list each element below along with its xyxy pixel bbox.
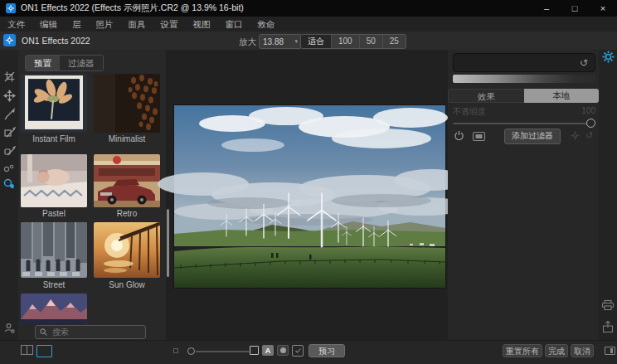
zoom-100-button[interactable]: 100 bbox=[332, 35, 360, 48]
app-logo-icon bbox=[6, 3, 16, 13]
preset-thumbnail-instant-film[interactable] bbox=[21, 74, 87, 133]
preset-label: Instant Film bbox=[21, 134, 87, 143]
preview-button[interactable]: 预习 bbox=[308, 344, 345, 357]
masking-brush-icon[interactable] bbox=[0, 124, 18, 140]
title-bar: ON1 Effects 2022 (Effects 示例照片.CR2 @ 13.… bbox=[0, 0, 617, 17]
menu-item-help[interactable]: 救命 bbox=[250, 17, 283, 32]
menu-item-edit[interactable]: 编辑 bbox=[32, 17, 65, 32]
instant-film-art bbox=[21, 74, 87, 133]
sun-glow-art bbox=[94, 222, 160, 278]
window-controls: – □ × bbox=[532, 0, 617, 17]
local-adjust-brush-icon[interactable] bbox=[0, 142, 18, 158]
zoom-label: 放大 bbox=[239, 36, 256, 48]
cancel-button[interactable]: 取消 bbox=[571, 344, 594, 357]
menu-item-layers[interactable]: 层 bbox=[65, 17, 89, 32]
tab-filters[interactable]: 过滤器 bbox=[60, 56, 103, 70]
zoom-level-dropdown[interactable]: 13.88 ▾ bbox=[259, 34, 302, 49]
filter-controls-row: 添加过滤器 ↺ bbox=[453, 129, 595, 143]
presets-scrollbar[interactable] bbox=[167, 209, 169, 277]
thumb-size-small-icon bbox=[172, 347, 179, 354]
preset-thumbnail-minimalist[interactable] bbox=[94, 74, 160, 133]
slider-track bbox=[453, 123, 590, 124]
reset-icon[interactable]: ↺ bbox=[580, 57, 588, 69]
thumb-size-slider-knob[interactable] bbox=[187, 347, 195, 355]
tab-local[interactable]: 本地 bbox=[524, 89, 600, 103]
preset-thumbnail-pastel[interactable] bbox=[21, 154, 87, 207]
thumb-size-slider-track[interactable] bbox=[196, 351, 249, 352]
adjustment-brush-icon[interactable] bbox=[0, 105, 18, 122]
crop-tool-icon[interactable] bbox=[0, 68, 18, 85]
show-original-icon[interactable]: A bbox=[262, 345, 274, 356]
right-panel-tabs: 效果 本地 bbox=[448, 89, 599, 103]
refine-tool-icon[interactable] bbox=[0, 160, 18, 177]
mountain-art bbox=[21, 294, 87, 324]
tab-effects[interactable]: 效果 bbox=[448, 89, 524, 103]
fit-button[interactable]: 适合 bbox=[301, 35, 332, 48]
right-tool-rail bbox=[599, 50, 617, 364]
preset-thumbnail-street[interactable] bbox=[21, 222, 87, 278]
maximize-button[interactable]: □ bbox=[561, 0, 589, 17]
print-icon[interactable] bbox=[599, 297, 617, 313]
power-toggle-icon[interactable] bbox=[454, 131, 464, 141]
mask-view-icon[interactable] bbox=[473, 132, 485, 141]
preset-label: Pastel bbox=[21, 209, 87, 218]
app-name-label: ON1 Effects 2022 bbox=[22, 36, 90, 46]
on1-logo-icon bbox=[3, 34, 16, 46]
filter-undo-icon[interactable]: ↺ bbox=[585, 130, 593, 141]
left-panel-tabs: 预置 过滤器 bbox=[25, 55, 104, 71]
preset-thumbnail-retro[interactable] bbox=[94, 154, 160, 207]
reset-all-button[interactable]: 重置所有 bbox=[503, 344, 542, 357]
split-view-icon[interactable] bbox=[20, 344, 33, 356]
minimalist-art bbox=[94, 74, 160, 133]
search-icon bbox=[40, 328, 47, 336]
wind-farm-photo bbox=[174, 105, 445, 288]
street-art bbox=[21, 222, 87, 278]
done-button[interactable]: 完成 bbox=[545, 344, 568, 357]
zoom-tool-icon[interactable] bbox=[0, 176, 18, 192]
preset-label: Street bbox=[21, 280, 87, 289]
slider-knob[interactable] bbox=[586, 119, 595, 128]
close-button[interactable]: × bbox=[589, 0, 617, 17]
zoom-25-button[interactable]: 25 bbox=[383, 35, 406, 48]
minimize-button[interactable]: – bbox=[532, 0, 561, 17]
preset-search-box bbox=[35, 325, 146, 339]
preset-label: Minimalist bbox=[94, 134, 160, 143]
single-view-icon[interactable] bbox=[36, 345, 52, 357]
add-filter-button[interactable]: 添加过滤器 bbox=[504, 129, 561, 144]
preset-label: Sun Glow bbox=[94, 280, 160, 289]
preset-thumbnail-partial[interactable] bbox=[21, 294, 87, 324]
account-icon[interactable] bbox=[0, 319, 18, 336]
opacity-label: 不透明度 bbox=[453, 106, 486, 118]
preset-label: Retro bbox=[94, 209, 160, 218]
opacity-row: 不透明度 100 bbox=[453, 106, 595, 118]
filmstrip-toggle-icon[interactable] bbox=[605, 347, 615, 355]
menu-item-file[interactable]: 文件 bbox=[0, 17, 32, 32]
menu-item-window[interactable]: 窗口 bbox=[218, 17, 250, 32]
gradient-bar bbox=[453, 75, 595, 83]
show-mask-icon[interactable] bbox=[277, 345, 289, 356]
preset-thumbnail-sun-glow[interactable] bbox=[94, 222, 160, 278]
filter-settings-gear-icon[interactable] bbox=[571, 131, 580, 140]
window-title: ON1 Effects 2022 (Effects 示例照片.CR2 @ 13.… bbox=[21, 2, 244, 14]
tab-presets[interactable]: 预置 bbox=[26, 56, 60, 70]
effects-module-icon[interactable] bbox=[599, 48, 617, 65]
preset-strength-box: ↺ bbox=[453, 53, 595, 72]
chevron-down-icon: ▾ bbox=[294, 38, 298, 45]
export-icon[interactable] bbox=[599, 318, 617, 335]
zoom-level-value: 13.88 bbox=[263, 37, 284, 46]
menu-item-view[interactable]: 视图 bbox=[186, 17, 218, 32]
transform-tool-icon[interactable] bbox=[0, 87, 18, 104]
app-window: ON1 Effects 2022 (Effects 示例照片.CR2 @ 13.… bbox=[0, 0, 617, 364]
search-input[interactable] bbox=[51, 327, 141, 337]
photo-canvas[interactable] bbox=[174, 105, 445, 288]
retro-art bbox=[94, 154, 160, 207]
menu-item-mask[interactable]: 面具 bbox=[121, 17, 153, 32]
menu-bar: 文件 编辑 层 照片 面具 设置 视图 窗口 救命 bbox=[0, 17, 617, 32]
compare-view-icon[interactable] bbox=[250, 346, 259, 355]
opacity-slider[interactable] bbox=[453, 119, 595, 129]
menu-item-photo[interactable]: 照片 bbox=[89, 17, 121, 32]
opacity-value: 100 bbox=[581, 106, 595, 118]
menu-item-settings[interactable]: 设置 bbox=[153, 17, 186, 32]
zoom-50-button[interactable]: 50 bbox=[360, 35, 383, 48]
soft-proof-icon[interactable] bbox=[292, 345, 304, 357]
